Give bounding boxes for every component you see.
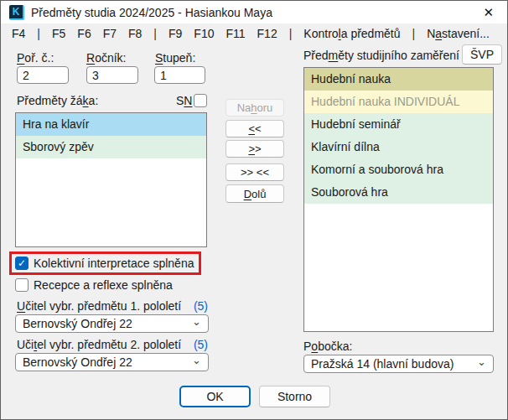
ok-button[interactable]: OK [179, 386, 251, 407]
list-item[interactable]: Hudební seminář [304, 113, 493, 136]
close-icon[interactable]: ✕ [478, 3, 499, 22]
chevron-down-icon: ⌄ [192, 356, 201, 365]
menu-item-f11[interactable]: F11 [225, 27, 245, 40]
grade-field[interactable] [86, 66, 138, 84]
branch-combobox[interactable]: Pražská 14 (hlavní budova) ⌄ [303, 355, 494, 373]
list-item[interactable]: Hudební nauka [304, 68, 493, 91]
student-subjects-listbox: Hra na klavír Sborový zpěv [15, 112, 207, 247]
teacher-2-count[interactable]: (5) [194, 338, 208, 351]
grade-label: Ročník: [86, 51, 126, 65]
menu-separator: | [289, 27, 293, 40]
branch-label: Pobočka: [303, 340, 352, 353]
order-number-label: Poř. č.: [17, 51, 54, 65]
teacher-1-combobox[interactable]: Bernovský Ondřej 22 ⌄ [15, 314, 209, 333]
teacher-2-combobox[interactable]: Bernovský Ondřej 22 ⌄ [15, 353, 209, 371]
teacher-2-label: Učitel vybr. předmětu 2. pololetí [17, 338, 181, 351]
collective-interpretation-checkbox-row[interactable]: ✓ Kolektivní interpretace splněna [9, 251, 201, 275]
list-item[interactable]: Komorní a souborová hra [304, 158, 493, 181]
menu-item-f12[interactable]: F12 [257, 27, 277, 40]
chevron-down-icon: ⌄ [477, 358, 486, 366]
teacher-1-label: Učitel vybr. předmětu 1. pololetí [17, 299, 181, 313]
sn-checkbox[interactable] [194, 94, 207, 107]
collective-interpretation-checkbox[interactable]: ✓ [15, 257, 29, 270]
move-up-button[interactable]: Nahoru [225, 99, 284, 117]
list-item[interactable]: Souborová hra [304, 181, 493, 204]
menu-item-kontrola-predmetu[interactable]: Kontrola předmětů [303, 27, 400, 40]
menu-separator: | [37, 27, 40, 40]
menu-item-nastaveni[interactable]: Nastavení... [427, 27, 490, 40]
teacher-2-value: Bernovský Ondřej 22 [23, 355, 132, 369]
student-subjects-label: Předměty žáka: [17, 94, 98, 107]
teacher-2-label-row: Učitel vybr. předmětu 2. pololetí (5) [17, 338, 208, 351]
menu-item-f9[interactable]: F9 [168, 27, 182, 40]
menu-item-f7[interactable]: F7 [103, 27, 117, 40]
svp-button[interactable]: ŠVP [462, 44, 502, 65]
menu-item-f10[interactable]: F10 [194, 27, 214, 40]
sn-label: SN [176, 94, 192, 107]
menu-item-f8[interactable]: F8 [128, 27, 142, 40]
menu-item-f4[interactable]: F4 [12, 27, 25, 40]
predmety-studia-dialog: K Předměty studia 2024/2025 - Hasiankou … [0, 0, 508, 420]
window-title: Předměty studia 2024/2025 - Hasiankou Ma… [31, 6, 272, 19]
collective-interpretation-label: Kolektivní interpretace splněna [34, 257, 194, 270]
move-to-curriculum-button[interactable]: >> [225, 140, 284, 158]
level-label: Stupeň: [155, 51, 195, 65]
menubar: F4 | F5 F6 F7 F8 | F9 F10 F11 F12 | Kont… [1, 23, 507, 43]
list-item[interactable]: Klavírní dílna [304, 136, 493, 158]
menu-item-f5[interactable]: F5 [52, 27, 65, 40]
order-number-field[interactable] [17, 66, 69, 84]
cancel-button[interactable]: Storno [259, 386, 330, 407]
menu-item-f6[interactable]: F6 [77, 27, 91, 40]
move-to-student-button[interactable]: << [225, 120, 284, 137]
menu-separator: | [412, 27, 416, 40]
app-icon: K [9, 5, 24, 20]
list-item[interactable]: Hra na klavír [16, 113, 206, 136]
titlebar: K Předměty studia 2024/2025 - Hasiankou … [1, 1, 507, 23]
teacher-1-count[interactable]: (5) [194, 299, 208, 313]
teacher-1-label-row: Učitel vybr. předmětu 1. pololetí (5) [17, 299, 208, 313]
menu-separator: | [153, 27, 157, 40]
teacher-1-value: Bernovský Ondřej 22 [23, 317, 132, 330]
reception-reflection-checkbox-row[interactable]: Recepce a reflexe splněna [15, 278, 173, 292]
curriculum-subjects-listbox: Hudební nauka Hudební nauka INDIVIDUÁL H… [303, 67, 494, 332]
swap-button[interactable]: >> << [225, 163, 284, 181]
chevron-down-icon: ⌄ [192, 318, 201, 326]
branch-value: Pražská 14 (hlavní budova) [311, 357, 454, 371]
level-field[interactable] [154, 66, 205, 84]
list-item[interactable]: Sborový zpěv [16, 136, 206, 158]
reception-reflection-checkbox[interactable] [15, 278, 29, 292]
move-down-button[interactable]: Dolů [225, 184, 284, 203]
curriculum-subjects-label: Předměty studijního zaměření [303, 49, 459, 62]
reception-reflection-label: Recepce a reflexe splněna [34, 278, 173, 292]
list-item[interactable]: Hudební nauka INDIVIDUÁL [304, 91, 493, 113]
app-icon-letter: K [13, 6, 20, 18]
